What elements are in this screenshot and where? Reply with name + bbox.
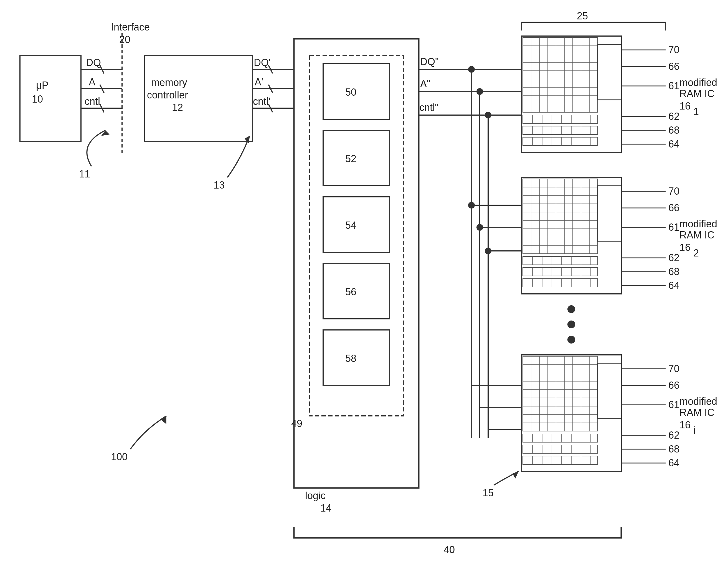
ram2-pin62: 62 xyxy=(668,252,679,264)
ram2-pin68: 68 xyxy=(668,266,679,277)
box-58-label: 58 xyxy=(345,353,356,364)
up-box xyxy=(20,56,81,141)
ram2-ram-label: RAM IC xyxy=(679,229,714,241)
rami-pin64: 64 xyxy=(668,457,679,469)
ram1-pin61: 61 xyxy=(668,80,679,91)
rami-pin68: 68 xyxy=(668,443,679,455)
interface-label: Interface xyxy=(111,21,150,33)
ellipsis-dot2 xyxy=(568,320,575,328)
ram1-modified-label: modified xyxy=(679,77,717,88)
ram1-pin64: 64 xyxy=(668,138,679,150)
rami-pin66: 66 xyxy=(668,379,679,391)
dq-dprime-label: DQ" xyxy=(420,56,439,67)
box-52-label: 52 xyxy=(345,153,356,164)
ram2-pin66: 66 xyxy=(668,202,679,213)
ram2-modified-label: modified xyxy=(679,218,717,230)
ram2-number-label: 16 xyxy=(679,242,690,253)
svg-rect-123 xyxy=(598,186,621,241)
group-25-label: 25 xyxy=(577,10,588,22)
svg-rect-77 xyxy=(598,44,621,100)
mc-number: 12 xyxy=(172,102,183,113)
box-54-label: 54 xyxy=(345,220,356,231)
cntl-dprime-label: cntl" xyxy=(419,102,439,113)
arrow-15-label: 15 xyxy=(482,487,494,499)
rami-ram-label: RAM IC xyxy=(679,407,714,418)
mc-label2: controller xyxy=(147,89,188,101)
ellipsis-dot3 xyxy=(568,336,575,344)
box-56-label: 56 xyxy=(345,286,356,297)
arrow-13-label: 13 xyxy=(213,180,225,191)
arrow-11-label: 11 xyxy=(79,168,90,180)
rami-pin70: 70 xyxy=(668,363,679,374)
interface-number: 20 xyxy=(119,34,130,45)
ram1-pin66: 66 xyxy=(668,61,679,72)
ram1-pin62: 62 xyxy=(668,111,679,122)
ram2-pin61: 61 xyxy=(668,222,679,233)
dq-prime-label: DQ' xyxy=(254,57,271,68)
group-49-label: 49 xyxy=(291,418,302,429)
a-dprime-label: A" xyxy=(420,78,431,89)
cntl-label: cntl xyxy=(84,96,100,107)
ram1-subscript: 1 xyxy=(693,106,699,117)
ram2-subscript: 2 xyxy=(693,247,699,259)
rami-modified-label: modified xyxy=(679,396,717,407)
ram1-pin70: 70 xyxy=(668,44,679,56)
ram2-pin64: 64 xyxy=(668,280,679,291)
rami-subscript: i xyxy=(693,425,696,436)
mc-label1: memory xyxy=(151,77,187,88)
rami-number-label: 16 xyxy=(679,419,690,431)
ram2-pin70: 70 xyxy=(668,186,679,197)
rami-pin62: 62 xyxy=(668,429,679,441)
logic-number: 14 xyxy=(320,502,331,514)
cntl-prime-label: cntl' xyxy=(253,96,270,107)
ellipsis-dot1 xyxy=(568,305,575,313)
group-40-label: 40 xyxy=(444,544,455,555)
a-prime-label: A' xyxy=(255,76,263,88)
ram1-pin68: 68 xyxy=(668,125,679,136)
rami-pin61: 61 xyxy=(668,399,679,410)
box-50-label: 50 xyxy=(345,86,356,98)
a-label: A xyxy=(89,76,95,88)
dq-label: DQ xyxy=(86,57,101,68)
up-number: 10 xyxy=(32,93,43,105)
up-label: μP xyxy=(36,80,49,91)
arrow-100-label: 100 xyxy=(111,451,128,462)
logic-label: logic xyxy=(305,490,326,501)
svg-rect-171 xyxy=(598,363,621,419)
ram1-number-label: 16 xyxy=(679,100,690,112)
ram1-ram-label: RAM IC xyxy=(679,88,714,99)
